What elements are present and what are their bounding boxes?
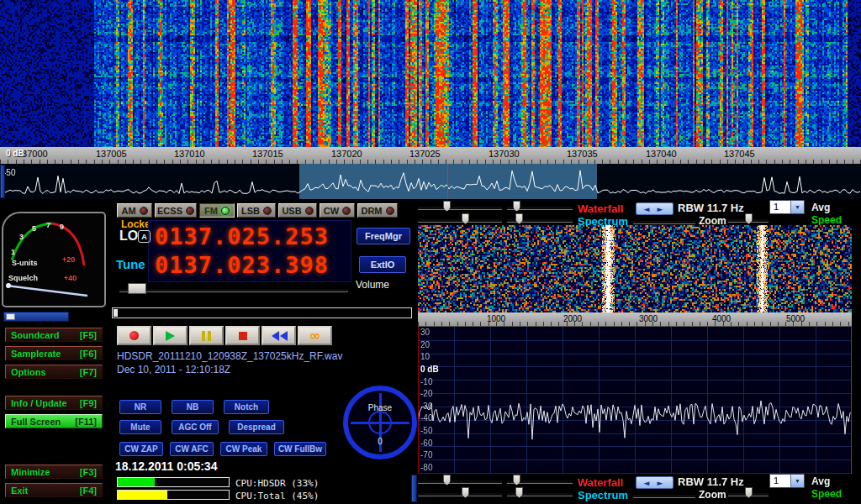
minimize-button[interactable]: Minimize[F3] [5,465,103,479]
volume-slider[interactable] [119,283,348,296]
phase-inner-ring [368,411,392,434]
s-meter-tick-label: 3 [19,233,24,241]
fm-led-icon [221,207,230,215]
waterfall-label: Waterfall [578,202,623,215]
frequency-label: 137035 [567,149,598,159]
spectrum-db-label: -50 [3,168,15,177]
squelch-slider-thumb[interactable] [6,313,15,320]
zoom-slider-2[interactable] [728,487,769,500]
lo-lock-badge[interactable]: A [138,230,151,243]
mode-am-button[interactable]: AM [117,203,152,218]
dsp-row-1: NR NB Notch [119,400,269,414]
spectrum-scale-slider[interactable] [0,165,5,198]
spectrum-range-slider-2[interactable] [507,487,573,500]
band-shift-arrows-button-2[interactable]: ◄ ► [636,476,673,489]
s-meter-tick-label: 5 [32,224,36,233]
zoom-slider[interactable] [728,213,769,226]
s-units-label: S-units [12,259,38,267]
frequency-label: 137040 [646,149,677,159]
extio-button[interactable]: ExtIO [359,256,406,273]
cpu-total-bar [117,490,230,500]
cw-peak-button[interactable]: CW Peak [220,442,267,456]
waterfall-brightness-slider-2[interactable] [418,475,502,487]
rf-frequency-ruler[interactable]: 1000 2000 3000 4000 5000 [418,312,852,327]
main-waterfall[interactable] [0,0,861,147]
play-icon [166,331,175,341]
zoom-track-2[interactable] [633,494,695,498]
rbw-label: RBW 11.7 Hz [678,202,744,214]
spectrum-offset-slider-2[interactable] [418,487,502,500]
phase-label: Phase [348,403,412,412]
cpu-hdsdr-text: CPU:HDSDR (33%) [235,478,319,489]
s-meter-tick-label: 1 [11,248,15,256]
volume-slider-thumb[interactable] [128,283,146,294]
lo-frequency-value[interactable]: 0137.025.253 [155,223,329,249]
zoom-label-2: Zoom [699,489,726,501]
cw-fullbw-button[interactable]: CW FullBw [274,442,326,456]
main-spectrum[interactable] [0,164,861,199]
rf-waterfall[interactable] [418,225,852,312]
spectrum-label-2: Spectrum [578,489,628,501]
dropdown-arrow-icon[interactable] [790,201,804,213]
s-meter-needle-tip [6,283,11,288]
main-frequency-ruler[interactable]: 137000 137005 137010 137015 137020 13702… [0,147,861,165]
frequency-label: 137020 [331,149,362,159]
rewind-button[interactable] [261,326,296,345]
mode-lsb-button[interactable]: LSB [237,203,276,218]
loop-button[interactable] [298,326,332,345]
mode-usb-button[interactable]: USB [278,203,317,218]
nb-button[interactable]: NB [172,400,214,414]
tune-frequency-value[interactable]: 0137.023.398 [155,252,329,278]
cpu-total-text: CPU:Total (45%) [235,491,319,501]
pause-button[interactable] [189,326,224,345]
waterfall-contrast-slider-2[interactable] [507,475,573,487]
cpu-hdsdr-bar [117,477,230,487]
hdsdr-window: 137000 137005 137010 137015 137020 13702… [0,0,861,504]
frequency-label: 137030 [489,149,520,159]
despread-button[interactable]: Despread [229,420,284,434]
mode-ecss-button[interactable]: ECSS [155,203,197,218]
fullscreen-button[interactable]: Full Screen[F11] [5,414,103,428]
stop-button[interactable] [225,326,260,345]
waterfall-contrast-slider[interactable] [507,201,573,213]
speed-label: Speed [811,214,842,226]
cw-afc-button[interactable]: CW AFC [170,442,214,456]
spectrum-range-slider[interactable] [507,213,573,226]
mode-cw-button[interactable]: CW [320,203,355,218]
play-button[interactable] [153,326,188,345]
samplerate-button[interactable]: Samplerate[F6] [5,346,103,360]
band-shift-arrows-button[interactable]: ◄ ► [636,202,673,215]
info-update-button[interactable]: Info / Update[F9] [5,396,103,410]
notch-button[interactable]: Notch [224,400,269,414]
usb-led-icon [305,207,314,215]
mode-drm-button[interactable]: DRM [357,203,398,218]
exit-button[interactable]: Exit[F4] [5,483,103,497]
mode-fm-button[interactable]: FM [199,203,235,218]
dsp-row-3: CW ZAP CW AFC CW Peak CW FullBw [119,442,326,456]
mute-button[interactable]: Mute [119,420,161,434]
file-position-thumb[interactable] [114,309,118,317]
file-position-slider[interactable] [112,307,412,318]
spectrum-offset-slider[interactable] [418,213,502,226]
mode-button-row: AM ECSS FM LSB USB CW DRM [117,203,398,218]
phase-value: 0 [348,437,412,446]
nr-button[interactable]: NR [119,400,161,414]
drm-led-icon [386,207,394,215]
cw-zap-button[interactable]: CW ZAP [119,442,163,456]
recording-timestamp: Dec 10, 2011 - 12:10:18Z [117,364,230,375]
squelch-slider[interactable] [3,312,69,322]
soundcard-button[interactable]: Soundcard[F5] [5,328,103,342]
vertical-slider[interactable] [411,475,417,502]
rf-spectrum[interactable] [418,327,852,474]
waterfall-brightness-slider[interactable] [418,201,502,213]
dropdown-arrow-icon[interactable] [790,475,804,487]
avg-dropdown[interactable]: 1 [769,200,805,214]
options-button[interactable]: Options[F7] [5,365,103,379]
squelch-label: Squelch [8,274,38,282]
zoom-track[interactable] [633,220,695,224]
freqmgr-button[interactable]: FreqMgr [357,228,410,244]
agc-button[interactable]: AGC Off [172,420,219,434]
clock-display: 18.12.2011 0:05:34 [115,459,217,473]
record-button[interactable] [117,326,151,345]
avg-dropdown-2[interactable]: 1 [769,474,805,488]
